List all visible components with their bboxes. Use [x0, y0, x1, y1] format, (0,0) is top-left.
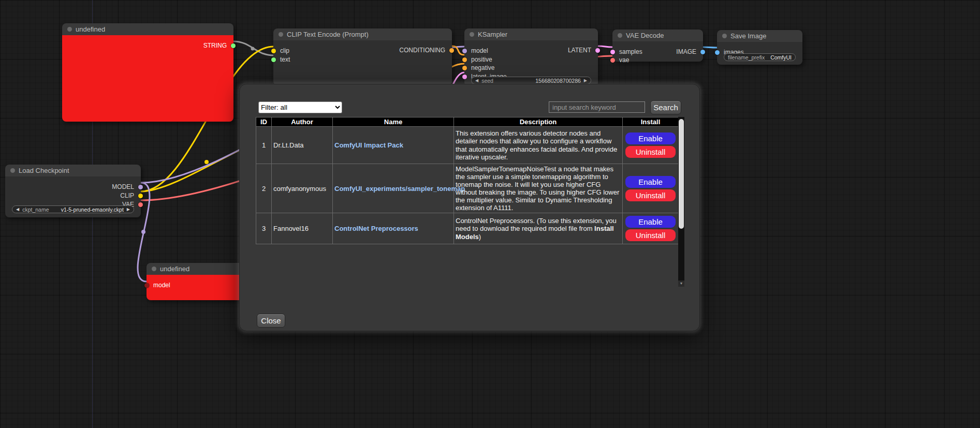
node-vae-decode[interactable]: VAE Decode samples vae IMAGE [612, 29, 703, 62]
output-port-vae[interactable] [138, 202, 143, 207]
input-slot-model[interactable]: model [147, 281, 250, 289]
table-scrollbar[interactable]: ▼ [678, 117, 684, 287]
column-header-id: ID [256, 117, 272, 127]
collapse-dot-icon[interactable] [470, 32, 474, 37]
ckpt-name-widget[interactable]: ◀ ckpt_name v1-5-pruned-emaonly.ckpt ▶ [12, 205, 134, 213]
node-header[interactable]: undefined [62, 23, 233, 35]
custom-nodes-manager-dialog: Filter: all Search ID Author Name Descri… [239, 84, 700, 331]
column-header-name: Name [333, 117, 454, 127]
enable-button[interactable]: Enable [625, 176, 676, 188]
decrement-arrow-icon[interactable]: ◀ [475, 78, 478, 83]
node-ksampler[interactable]: KSampler model positive negative latent_… [464, 28, 598, 86]
widget-value: 156680208700286 [535, 78, 581, 84]
widget-value: v1-5-pruned-emaonly.ckpt [61, 206, 124, 213]
uninstall-button[interactable]: Uninstall [625, 229, 676, 241]
node-title: KSampler [478, 31, 507, 38]
input-slot-positive[interactable]: positive [464, 55, 598, 64]
collapse-dot-icon[interactable] [618, 33, 622, 38]
node-undefined-top[interactable]: undefined STRING [62, 23, 233, 122]
collapse-dot-icon[interactable] [152, 267, 156, 271]
filter-dropdown[interactable]: Filter: all [258, 101, 342, 113]
output-port-model[interactable] [138, 185, 143, 189]
increment-arrow-icon[interactable]: ▶ [584, 78, 587, 83]
wire-image-to-images [703, 47, 717, 48]
node-undefined-bottom[interactable]: undefined model [147, 263, 250, 300]
node-header[interactable]: KSampler [464, 28, 598, 40]
link-midpoint-dot [251, 47, 255, 51]
output-slot-string[interactable]: STRING [62, 41, 233, 50]
cell-id: 2 [256, 164, 272, 213]
output-slot-image[interactable]: IMAGE [612, 48, 703, 56]
input-port-latent-image[interactable] [462, 75, 467, 79]
collapse-dot-icon[interactable] [279, 32, 283, 37]
node-title: Load Checkpoint [19, 167, 69, 174]
node-header[interactable]: Load Checkpoint [5, 165, 141, 176]
input-port-images[interactable] [715, 50, 720, 55]
link-midpoint-dot [141, 230, 145, 234]
cell-id: 1 [256, 127, 272, 164]
output-slot-conditioning[interactable]: CONDITIONING [273, 46, 452, 54]
node-clip-text-encode[interactable]: CLIP Text Encode (Prompt) clip text COND… [273, 28, 452, 85]
node-header[interactable]: CLIP Text Encode (Prompt) [273, 28, 452, 40]
close-button[interactable]: Close [257, 314, 285, 328]
table-header-row: ID Author Name Description Install [256, 117, 679, 127]
output-slot-clip[interactable]: CLIP [5, 191, 141, 200]
seed-widget[interactable]: ◀ seed 156680208700286 ▶ [471, 77, 591, 84]
column-header-description: Description [454, 117, 623, 127]
input-slot-text[interactable]: text [273, 55, 452, 64]
widget-label: seed [481, 78, 493, 84]
extension-name-link[interactable]: ControlNet Preprocessors [334, 225, 418, 232]
cell-install: Enable Uninstall [623, 164, 679, 213]
column-header-author: Author [272, 117, 333, 127]
wire-latent-to-samples [598, 46, 612, 47]
output-slot-model[interactable]: MODEL [5, 183, 141, 191]
column-header-install: Install [623, 117, 679, 127]
cell-author: Fannovel16 [272, 213, 333, 244]
collapse-dot-icon[interactable] [67, 27, 72, 32]
table-row: 2 comfyanonymous ComfyUI_experiments/sam… [256, 164, 679, 213]
node-title: CLIP Text Encode (Prompt) [287, 31, 369, 38]
scrollbar-thumb[interactable] [679, 119, 684, 229]
node-header[interactable]: undefined [147, 263, 250, 275]
cell-description: This extension offers various detector n… [454, 127, 623, 164]
node-header[interactable]: VAE Decode [612, 29, 703, 41]
input-slot-vae[interactable]: vae [612, 56, 703, 64]
node-header[interactable]: Save Image [717, 30, 802, 42]
cell-description: ModelSamplerTonemapNoiseTest a node that… [454, 164, 623, 213]
output-port-string[interactable] [231, 43, 236, 48]
table-row: 1 Dr.Lt.Data ComfyUI Impact Pack This ex… [256, 127, 679, 164]
output-slot-latent[interactable]: LATENT [464, 46, 598, 54]
collapse-dot-icon[interactable] [722, 34, 727, 38]
node-save-image[interactable]: Save Image images filename_prefix ComfyU… [717, 30, 802, 65]
widget-value: ComfyUI [770, 54, 792, 61]
input-slot-negative[interactable]: negative [464, 64, 598, 72]
extension-name-link[interactable]: ComfyUI Impact Pack [334, 141, 403, 149]
enable-button[interactable]: Enable [625, 132, 676, 144]
input-port-text[interactable] [271, 57, 276, 62]
extension-name-link[interactable]: ComfyUI_experiments/sampler_tonemap [334, 185, 465, 193]
enable-button[interactable]: Enable [625, 216, 676, 228]
decrement-arrow-icon[interactable]: ◀ [16, 207, 19, 212]
input-port-positive[interactable] [462, 57, 467, 62]
input-port-model[interactable] [144, 283, 149, 288]
wire-string-to-text [233, 41, 273, 55]
output-port-clip[interactable] [138, 194, 143, 198]
node-load-checkpoint[interactable]: Load Checkpoint MODEL CLIP VAE ◀ ckpt_na… [5, 165, 141, 217]
output-port-image[interactable] [700, 50, 705, 54]
increment-arrow-icon[interactable]: ▶ [127, 207, 130, 212]
filename-prefix-widget[interactable]: filename_prefix ComfyUI [724, 53, 796, 61]
scroll-down-arrow-icon[interactable]: ▼ [678, 281, 684, 287]
output-port-latent[interactable] [595, 48, 600, 53]
widget-label: ckpt_name [22, 206, 49, 213]
input-port-negative[interactable] [462, 66, 467, 70]
node-title: undefined [160, 265, 189, 273]
uninstall-button[interactable]: Uninstall [625, 189, 676, 201]
search-button[interactable]: Search [650, 100, 681, 114]
input-port-vae[interactable] [610, 58, 615, 63]
link-midpoint-dot [204, 160, 209, 164]
search-input[interactable] [549, 101, 645, 113]
collapse-dot-icon[interactable] [10, 168, 15, 173]
output-port-conditioning[interactable] [449, 48, 454, 53]
uninstall-button[interactable]: Uninstall [625, 146, 676, 158]
extension-table: ID Author Name Description Install 1 Dr.… [256, 117, 679, 244]
